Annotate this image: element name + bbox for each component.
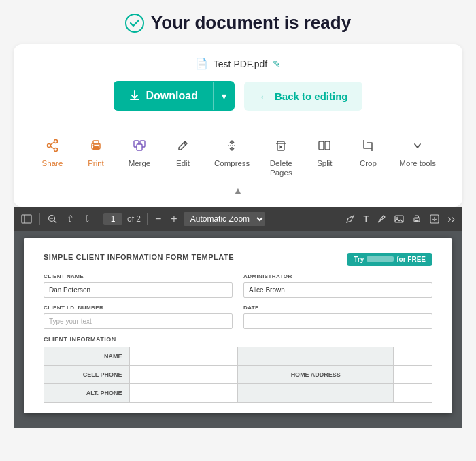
client-info-section-title: CLIENT INFORMATION	[44, 336, 432, 343]
prev-page-button[interactable]: ⇧	[63, 212, 78, 225]
image-button[interactable]	[391, 213, 407, 225]
more-options-button[interactable]: ››	[444, 211, 458, 226]
download-pdf-button[interactable]	[426, 213, 443, 225]
alt-phone-value-cell[interactable]	[129, 383, 238, 402]
svg-line-26	[54, 220, 57, 223]
client-id-input[interactable]: Type your text	[44, 313, 233, 329]
table-row: ALT. PHONE	[44, 383, 432, 402]
svg-point-9	[92, 145, 94, 146]
compress-label: Compress	[214, 159, 250, 169]
print-label: Print	[88, 159, 104, 169]
header: Your document is ready	[14, 12, 462, 33]
compress-icon	[225, 139, 239, 156]
file-icon: 📄	[195, 58, 208, 70]
download-button[interactable]: Download ▾	[114, 81, 235, 111]
addr-label-cell-1	[238, 347, 393, 365]
next-page-button[interactable]: ⇩	[80, 212, 95, 225]
svg-point-3	[47, 144, 50, 148]
collapse-row: ▲	[30, 181, 446, 196]
pdf-toolbar: ⇧ ⇩ 1 of 2 − + Automatic Zoom T	[14, 207, 462, 231]
delete-pages-icon	[274, 139, 288, 156]
pdf-viewer: ⇧ ⇩ 1 of 2 − + Automatic Zoom T	[14, 207, 462, 428]
cell-phone-label-cell: CELL PHONE	[44, 365, 130, 383]
client-id-field: CLIENT I.D. NUMBER Type your text	[44, 305, 233, 329]
sidebar-toggle-button[interactable]	[18, 213, 35, 225]
zoom-plus-button[interactable]: +	[167, 211, 180, 226]
tool-split[interactable]: Split	[303, 136, 346, 171]
table-row: NAME	[44, 347, 432, 365]
tool-crop[interactable]: Crop	[346, 136, 390, 171]
tool-compress[interactable]: Compress	[205, 136, 259, 171]
back-to-editing-button[interactable]: ← Back to editing	[244, 82, 363, 111]
text-button[interactable]: T	[360, 212, 372, 225]
download-dropdown-arrow[interactable]: ▾	[213, 82, 235, 110]
print-pdf-button[interactable]	[409, 213, 425, 225]
more-tools-label: More tools	[399, 159, 436, 169]
form-row-2: CLIENT I.D. NUMBER Type your text DATE	[44, 305, 432, 329]
alt-phone-label-cell: ALT. PHONE	[44, 383, 130, 402]
merge-label: Merge	[129, 159, 151, 169]
pdf-page: Try for FREE SIMPLE CLIENT INFORMATION F…	[24, 238, 452, 413]
administrator-label: ADMINISTRATOR	[243, 273, 432, 279]
tools-row: Share Print	[30, 126, 446, 181]
draw-button[interactable]	[373, 213, 390, 225]
page-wrapper: Your document is ready 📄 Test PDF.pdf ✎ …	[0, 0, 476, 428]
svg-rect-12	[137, 144, 142, 150]
svg-rect-21	[319, 141, 324, 150]
date-label: DATE	[243, 305, 432, 311]
tb-separator-3	[147, 213, 148, 225]
date-input[interactable]	[243, 313, 432, 329]
tb-separator-2	[99, 213, 99, 225]
try-badge: Try for FREE	[347, 253, 432, 266]
share-icon	[46, 139, 59, 156]
name-value-cell[interactable]	[129, 347, 238, 365]
split-label: Split	[317, 159, 332, 169]
svg-rect-22	[325, 141, 330, 150]
svg-point-0	[126, 14, 143, 32]
collapse-arrow-icon[interactable]: ▲	[233, 185, 243, 196]
annotate-button[interactable]	[342, 213, 358, 225]
administrator-field: ADMINISTRATOR Alice Brown	[243, 273, 432, 298]
form-row-1: CLIENT NAME Dan Peterson ADMINISTRATOR A…	[44, 273, 432, 298]
tool-edit[interactable]: Edit	[161, 136, 205, 171]
administrator-input[interactable]: Alice Brown	[243, 282, 432, 298]
tool-merge[interactable]: Merge	[118, 136, 161, 171]
svg-rect-17	[277, 141, 284, 150]
addr-value-cell-1[interactable]	[393, 347, 432, 365]
check-circle-icon	[125, 14, 144, 33]
tool-share[interactable]: Share	[31, 136, 74, 171]
addr-label-cell-3	[238, 383, 393, 402]
table-row: CELL PHONE HOME ADDRESS	[44, 365, 432, 383]
svg-line-4	[50, 142, 54, 145]
delete-pages-label: Delete Pages	[270, 159, 292, 178]
crop-icon	[361, 139, 375, 156]
addr-value-cell-3[interactable]	[393, 383, 432, 402]
tool-delete-pages[interactable]: Delete Pages	[259, 136, 303, 181]
filename-row: 📄 Test PDF.pdf ✎	[30, 58, 446, 70]
svg-rect-32	[415, 220, 419, 222]
tool-more-tools[interactable]: More tools	[390, 136, 445, 171]
zoom-out-button[interactable]	[44, 213, 61, 225]
svg-point-2	[54, 148, 57, 152]
tool-print[interactable]: Print	[74, 136, 118, 171]
zoom-select[interactable]: Automatic Zoom	[184, 212, 265, 226]
back-arrow-icon: ←	[259, 90, 269, 102]
edit-filename-icon[interactable]: ✎	[273, 58, 281, 69]
download-button-main: Download	[114, 81, 213, 111]
cell-phone-value-cell[interactable]	[129, 365, 238, 383]
badge-blank	[367, 256, 394, 262]
svg-line-5	[50, 146, 54, 149]
home-addr-label-cell: HOME ADDRESS	[238, 365, 393, 383]
svg-line-13	[184, 143, 186, 145]
client-name-label: CLIENT NAME	[44, 273, 233, 279]
tb-separator-1	[39, 213, 40, 225]
filename-text: Test PDF.pdf	[214, 58, 267, 69]
svg-point-29	[397, 217, 398, 218]
download-icon	[129, 90, 141, 102]
page-number-input[interactable]: 1	[103, 213, 122, 225]
client-name-input[interactable]: Dan Peterson	[44, 282, 233, 298]
edit-label: Edit	[176, 159, 190, 169]
zoom-minus-button[interactable]: −	[152, 211, 165, 226]
home-addr-value-cell[interactable]	[393, 365, 432, 383]
form-header-row: Try for FREE SIMPLE CLIENT INFORMATION F…	[44, 253, 432, 268]
